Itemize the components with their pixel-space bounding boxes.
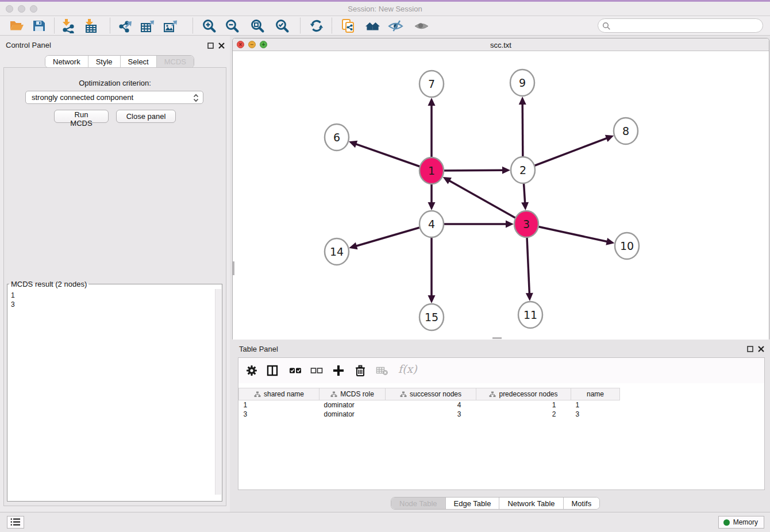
- graph-node-label: 6: [333, 131, 340, 144]
- select-all-icon: [289, 364, 302, 377]
- control-panel-tabs: Network Style Select MCDS: [45, 55, 194, 68]
- canvas-horizontal-scroll-thumb[interactable]: [492, 337, 502, 339]
- zoom-in-button[interactable]: [200, 17, 218, 34]
- column-type-icon: [489, 391, 496, 398]
- memory-button[interactable]: Memory: [718, 516, 764, 529]
- function-builder-icon[interactable]: f(x): [398, 363, 417, 375]
- column-header-predecessor-nodes[interactable]: predecessor nodes: [476, 388, 571, 400]
- search-icon: [602, 22, 611, 30]
- select-all-button[interactable]: [288, 364, 303, 379]
- birds-eye-view-icon: [414, 18, 429, 34]
- result-scrollbar[interactable]: [215, 289, 221, 495]
- export-table-button[interactable]: [138, 17, 157, 34]
- control-panel-float-button[interactable]: [206, 42, 214, 50]
- network-view-window: × − + scc.txt 1234678910111415: [232, 38, 769, 340]
- open-file-icon: [9, 18, 24, 33]
- select-stepper-icon: [192, 93, 199, 103]
- titlebar: Session: New Session: [0, 2, 770, 16]
- control-panel-close-button[interactable]: [217, 42, 225, 50]
- birds-eye-view-button[interactable]: [412, 17, 430, 34]
- table-panel-close-button[interactable]: [757, 345, 765, 353]
- tab-select[interactable]: Select: [121, 56, 157, 68]
- network-window-title: scc.txt: [233, 41, 769, 49]
- tab-network[interactable]: Network: [45, 56, 88, 68]
- graph-node-label: 8: [622, 125, 629, 137]
- optimization-criterion-select[interactable]: strongly connected component: [25, 91, 203, 104]
- node-table-container: f(x) shared name MCDS role successor nod…: [238, 357, 765, 490]
- column-header-successor-nodes[interactable]: successor nodes: [386, 388, 476, 400]
- zoom-fit-button[interactable]: [248, 17, 267, 34]
- column-header-shared-name[interactable]: shared name: [239, 388, 319, 400]
- export-table-icon: [140, 18, 155, 33]
- tab-mcds[interactable]: MCDS: [157, 56, 194, 68]
- tab-edge-table[interactable]: Edge Table: [446, 498, 500, 510]
- network-window-titlebar[interactable]: × − + scc.txt: [233, 38, 769, 51]
- float-panel-icon: [747, 346, 753, 352]
- column-visibility-button[interactable]: [265, 364, 280, 379]
- memory-status-icon: [723, 519, 730, 526]
- export-image-button[interactable]: [161, 17, 180, 34]
- task-history-button[interactable]: [7, 516, 24, 529]
- mcds-result-text[interactable]: 1 3: [11, 291, 15, 309]
- graph-edge-2-8[interactable]: [523, 138, 607, 170]
- toolbar-separator: [300, 18, 301, 33]
- delete-table-button[interactable]: [375, 364, 390, 379]
- close-panel-icon: [758, 346, 764, 352]
- export-network-icon: [118, 18, 133, 33]
- table-row[interactable]: 1 dominator 4 1 1: [239, 400, 765, 410]
- clone-network-icon: [340, 18, 356, 34]
- save-session-button[interactable]: [30, 17, 48, 34]
- zoom-selected-icon: [275, 18, 290, 33]
- import-network-button[interactable]: [59, 17, 77, 34]
- zoom-out-icon: [225, 18, 240, 33]
- task-list-icon: [10, 518, 21, 526]
- selected-option: strongly connected component: [32, 93, 133, 102]
- tab-network-table[interactable]: Network Table: [499, 498, 563, 510]
- export-network-button[interactable]: [117, 17, 135, 34]
- refresh-button[interactable]: [307, 17, 326, 34]
- tab-node-table[interactable]: Node Table: [391, 498, 446, 510]
- edge-arrowhead-icon: [428, 202, 436, 210]
- table-panel-float-button[interactable]: [746, 345, 754, 353]
- tab-style[interactable]: Style: [88, 56, 121, 68]
- close-panel-button[interactable]: Close panel: [116, 110, 176, 123]
- node-table: shared name MCDS role successor nodes pr…: [238, 388, 764, 419]
- table-row[interactable]: 3 dominator 3 2 3: [239, 410, 765, 419]
- table-panel-title: Table Panel: [239, 345, 278, 353]
- refresh-icon: [309, 18, 324, 33]
- toolbar-separator: [54, 18, 55, 33]
- zoom-selected-button[interactable]: [273, 17, 291, 34]
- open-file-button[interactable]: [7, 17, 26, 34]
- table-header-row: shared name MCDS role successor nodes pr…: [239, 388, 765, 400]
- delete-button[interactable]: [353, 364, 368, 379]
- edge-arrowhead-icon: [519, 97, 526, 105]
- cyndex-home-button[interactable]: [363, 17, 382, 34]
- import-table-button[interactable]: [82, 17, 100, 34]
- graph-node-label: 4: [428, 218, 435, 230]
- graph-node-label: 3: [523, 218, 530, 230]
- zoom-out-button[interactable]: [223, 17, 241, 34]
- edge-arrowhead-icon: [606, 238, 614, 245]
- canvas-vertical-scroll-thumb[interactable]: [233, 261, 234, 275]
- graph-node-label: 9: [519, 76, 526, 89]
- add-column-button[interactable]: [331, 364, 346, 379]
- deselect-all-button[interactable]: [309, 364, 324, 379]
- run-mcds-button[interactable]: Run MCDS: [54, 110, 109, 123]
- clone-network-button[interactable]: [338, 17, 357, 34]
- column-header-name[interactable]: name: [571, 388, 620, 400]
- column-header-mcds-role[interactable]: MCDS role: [319, 388, 386, 400]
- toolbar-separator: [192, 18, 193, 33]
- graph-edge-3-1[interactable]: [449, 180, 526, 224]
- save-session-icon: [32, 18, 47, 33]
- network-canvas[interactable]: 1234678910111415: [233, 51, 769, 340]
- toggle-graphics-details-button[interactable]: [386, 17, 405, 34]
- edge-arrowhead-icon: [349, 141, 357, 148]
- tab-motifs[interactable]: Motifs: [564, 498, 600, 510]
- toggle-graphics-details-icon: [388, 18, 403, 34]
- column-type-icon: [330, 391, 337, 398]
- column-type-icon: [400, 391, 407, 398]
- search-input[interactable]: [613, 20, 757, 31]
- table-settings-button[interactable]: [244, 364, 259, 379]
- column-type-icon: [254, 391, 261, 398]
- toolbar-separator: [332, 18, 332, 33]
